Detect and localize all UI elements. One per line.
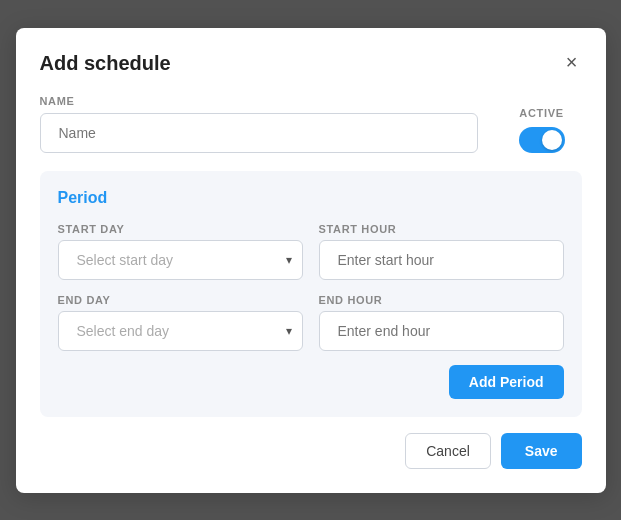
modal-title: Add schedule	[40, 52, 171, 75]
start-day-select-wrapper: Select start day ▾	[58, 240, 303, 280]
period-section: Period START DAY	[40, 171, 582, 417]
end-day-field: END DAY	[58, 294, 303, 351]
period-title: Period	[58, 189, 564, 207]
start-row: START DAY Select star	[58, 223, 564, 280]
end-day-select-wrapper: Select end day ▾	[58, 311, 303, 351]
start-hour-input-wrapper	[319, 240, 564, 280]
name-input-wrapper	[40, 113, 478, 153]
name-input[interactable]	[59, 125, 467, 141]
modal-dialog: Add schedule × NAME ACTI	[16, 28, 606, 493]
active-toggle[interactable]	[519, 127, 565, 153]
end-hour-input-wrapper	[319, 311, 564, 351]
chevron-down-icon: ▾	[286, 253, 292, 267]
add-period-row: Add Period	[58, 365, 564, 399]
save-button[interactable]: Save	[501, 433, 582, 469]
end-hour-input[interactable]	[338, 323, 553, 339]
end-hour-field: END HOUR	[319, 294, 564, 351]
modal-overlay: Add schedule × NAME ACTI	[0, 0, 621, 520]
active-field-group: ACTIVE	[502, 107, 582, 153]
toggle-thumb	[542, 130, 562, 150]
chevron-down-icon-2: ▾	[286, 324, 292, 338]
close-button[interactable]: ×	[562, 52, 582, 72]
add-period-button[interactable]: Add Period	[449, 365, 564, 399]
modal-header: Add schedule ×	[40, 52, 582, 75]
start-day-field: START DAY Select star	[58, 223, 303, 280]
name-active-row: NAME ACTIVE	[40, 95, 582, 153]
start-hour-label: START HOUR	[319, 223, 564, 235]
start-day-select[interactable]: Select start day	[77, 252, 286, 268]
end-day-select[interactable]: Select end day	[77, 323, 286, 339]
active-label: ACTIVE	[519, 107, 563, 119]
end-row: END DAY	[58, 294, 564, 351]
name-label: NAME	[40, 95, 478, 107]
start-day-label: START DAY	[58, 223, 303, 235]
end-day-label: END DAY	[58, 294, 303, 306]
start-hour-input[interactable]	[338, 252, 553, 268]
end-hour-label: END HOUR	[319, 294, 564, 306]
cancel-button[interactable]: Cancel	[405, 433, 491, 469]
start-hour-field: START HOUR	[319, 223, 564, 280]
name-field-group: NAME	[40, 95, 478, 153]
modal-footer: Cancel Save	[40, 433, 582, 469]
